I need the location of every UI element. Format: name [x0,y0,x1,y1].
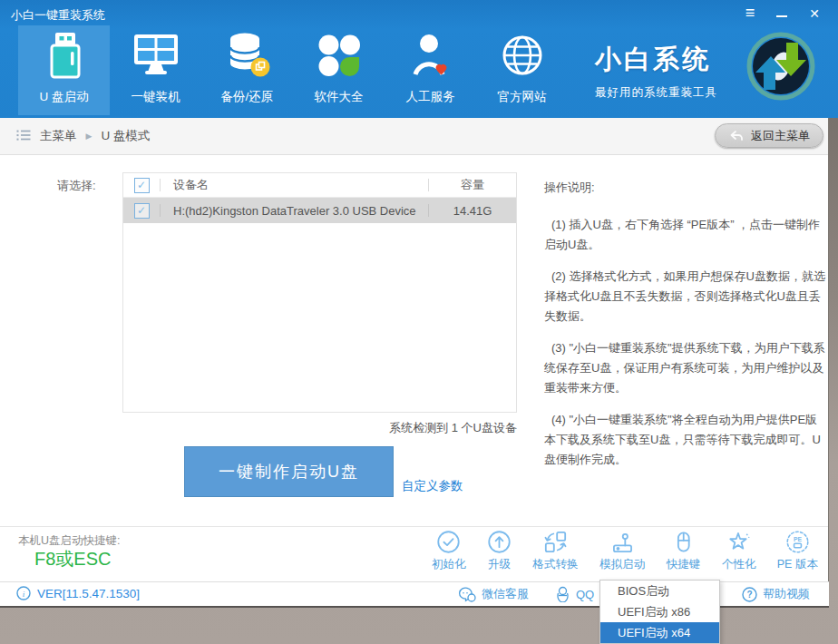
nav-label: U 盘启动 [40,89,89,105]
format-convert-icon [543,530,568,554]
dropdown-item-uefi-x64[interactable]: UEFI启动 x64 [600,622,719,643]
wechat-label: 微信客服 [482,586,529,602]
window-controls: ≡ ✕ [745,5,820,24]
check-circle-icon [436,530,461,554]
info-icon: i [16,586,31,600]
tool-simulate-boot[interactable]: 模拟启动 [599,530,645,572]
tool-pe-version[interactable]: PE PE 版本 [777,530,818,572]
svg-text:i: i [23,590,25,599]
instructions-panel: 操作说明: (1) 插入U盘，右下角选择 “PE版本” ，点击一键制作启动U盘。… [544,178,827,482]
svg-text:?: ? [746,590,752,600]
wechat-support-link[interactable]: 微信客服 [458,586,529,602]
back-button-label: 返回主菜单 [751,128,810,144]
version-text: VER[11.5.47.1530] [37,587,140,600]
help-video-link[interactable]: ? 帮助视频 [742,586,810,602]
table-row[interactable]: ✓ H:(hd2)Kingston DataTraveler 3.0 USB D… [123,198,516,223]
row-checkbox[interactable]: ✓ [134,203,150,219]
instructions-title: 操作说明: [544,178,827,198]
select-all-checkbox[interactable]: ✓ [134,178,150,193]
back-arrow-icon [728,130,744,141]
detect-status-text: 系统检测到 1 个U盘设备 [122,420,517,436]
boot-type-dropdown: BIOS启动 UEFI启动 x86 UEFI启动 x64 [599,580,720,644]
select-label: 请选择: [57,178,96,194]
nav-label: 一键装机 [132,89,180,105]
device-name-cell: H:(hd2)Kingston DataTraveler 3.0 USB Dev… [161,204,428,218]
usb-drive-icon [42,28,87,83]
instruction-step: (1) 插入U盘，右下角选择 “PE版本” ，点击一键制作启动U盘。 [544,215,827,255]
make-boot-usb-button[interactable]: 一键制作启动U盘 [184,446,394,497]
tool-label: 格式转换 [533,557,579,572]
nav-item-official-site[interactable]: 官方网站 [476,25,568,115]
minimize-icon[interactable] [776,5,787,17]
apps-clover-icon [317,28,362,83]
capacity-cell: 14.41G [429,204,516,218]
qq-support-link[interactable]: QQ [555,586,594,602]
monitor-icon [132,28,180,83]
mouse-icon [671,530,696,554]
qq-label: QQ [576,588,594,601]
nav-label: 软件大全 [315,89,364,105]
help-label: 帮助视频 [763,586,810,602]
nav-item-usb-boot[interactable]: U 盘启动 [18,25,110,115]
device-table: ✓ 设备名 容量 ✓ H:(hd2)Kingston DataTraveler … [122,172,517,413]
tool-format-convert[interactable]: 格式转换 [533,530,579,572]
instruction-step: (3) "小白一键重装系统"提供系统下载，为用户下载系统保存至U盘，保证用户有系… [544,338,827,398]
tool-label: PE 版本 [777,557,818,572]
menu-icon[interactable]: ≡ [745,5,755,20]
version-info: i VER[11.5.47.1530] [16,586,140,600]
footer-divider [0,526,829,527]
question-icon: ? [742,587,757,602]
tool-hotkeys[interactable]: 快捷键 [667,530,701,572]
list-icon [16,129,31,144]
dropdown-item-bios[interactable]: BIOS启动 [600,581,719,601]
window-right-edge [828,116,829,606]
tool-upgrade[interactable]: 升级 [487,530,512,572]
brand-block: 小白系统 最好用的系统重装工具 [595,42,717,101]
breadcrumb-current: U 盘模式 [101,128,150,144]
main-nav: U 盘启动 一键装机 [18,25,568,115]
nav-item-support[interactable]: 人工服务 [385,25,476,115]
breadcrumb-arrow-icon: ▶ [86,132,93,141]
joystick-icon [610,530,635,554]
app-header: 小白一键重装系统 ≡ ✕ U 盘启动 [0,0,838,118]
svg-text:PE: PE [794,536,803,542]
hotkey-value: F8或ESC [34,547,111,571]
brand-name: 小白系统 [595,42,717,78]
backup-disks-icon [224,28,271,83]
tool-label: 模拟启动 [599,557,645,572]
nav-label: 人工服务 [406,89,455,105]
upgrade-arrow-circle-icon [487,530,512,554]
app-window: 小白一键重装系统 ≡ ✕ U 盘启动 [0,0,829,606]
brand-slogan: 最好用的系统重装工具 [595,85,717,101]
instruction-step: (2) 选择格式化方式，如果用户想保存U盘数据，就选择格式化U盘且不丢失数据，否… [544,267,827,327]
breadcrumb-root[interactable]: 主菜单 [40,128,77,144]
nav-label: 备份/还原 [221,89,274,105]
nav-item-one-key-install[interactable]: 一键装机 [110,25,201,115]
app-title: 小白一键重装系统 [11,7,105,24]
nav-item-backup-restore[interactable]: 备份/还原 [201,25,293,115]
wechat-icon [458,587,476,602]
tool-label: 个性化 [722,557,756,572]
tool-personalize[interactable]: 个性化 [722,530,756,572]
support-person-icon [408,28,453,83]
column-header-device[interactable]: 设备名 [161,177,428,193]
pe-circle-icon: PE [785,530,810,554]
column-header-capacity[interactable]: 容量 [429,177,516,193]
close-icon[interactable]: ✕ [809,5,820,22]
back-to-main-menu-button[interactable]: 返回主菜单 [715,123,823,148]
dropdown-item-uefi-x86[interactable]: UEFI启动 x86 [600,601,719,622]
tool-initialize[interactable]: 初始化 [432,530,466,572]
breadcrumb: 主菜单 ▶ U 盘模式 返回主菜单 [0,118,829,155]
tool-label: 快捷键 [667,557,701,572]
qq-icon [555,586,570,602]
tool-label: 升级 [488,557,511,572]
star-icon [726,530,751,554]
toolbar: 初始化 升级 格式转换 模拟启动 [432,530,818,572]
brand-logo-icon [744,29,818,103]
custom-params-link[interactable]: 自定义参数 [402,478,463,494]
globe-icon [499,28,546,83]
device-table-header: ✓ 设备名 容量 [123,173,516,198]
tool-label: 初始化 [432,557,466,572]
nav-label: 官方网站 [498,89,547,105]
nav-item-software-center[interactable]: 软件大全 [293,25,385,115]
